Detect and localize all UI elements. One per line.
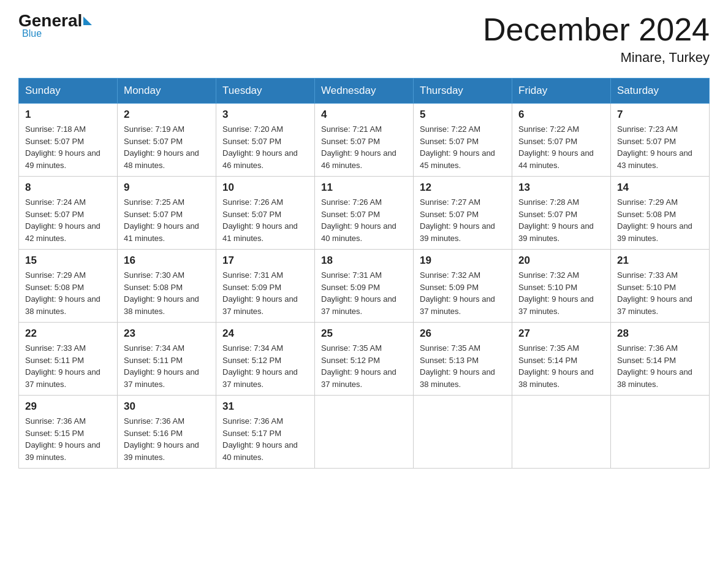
day-info: Sunrise: 7:22 AMSunset: 5:07 PMDaylight:… (518, 124, 594, 170)
day-info: Sunrise: 7:32 AMSunset: 5:10 PMDaylight:… (518, 270, 594, 316)
calendar-day-cell: 8 Sunrise: 7:24 AMSunset: 5:07 PMDayligh… (19, 177, 118, 250)
logo-general-text: General (18, 12, 82, 29)
calendar-day-cell: 11 Sunrise: 7:26 AMSunset: 5:07 PMDaylig… (315, 177, 414, 250)
day-number: 1 (25, 109, 111, 121)
calendar-day-cell (611, 396, 710, 469)
day-number: 6 (518, 109, 604, 121)
calendar-day-cell: 19 Sunrise: 7:32 AMSunset: 5:09 PMDaylig… (414, 250, 512, 323)
day-info: Sunrise: 7:29 AMSunset: 5:08 PMDaylight:… (25, 270, 100, 316)
calendar-day-cell (512, 396, 611, 469)
calendar-day-cell (315, 396, 414, 469)
day-number: 27 (518, 327, 604, 340)
calendar-table: SundayMondayTuesdayWednesdayThursdayFrid… (18, 78, 710, 469)
calendar-day-cell: 17 Sunrise: 7:31 AMSunset: 5:09 PMDaylig… (216, 250, 315, 323)
calendar-day-cell: 6 Sunrise: 7:22 AMSunset: 5:07 PMDayligh… (512, 104, 611, 177)
day-info: Sunrise: 7:35 AMSunset: 5:12 PMDaylight:… (321, 343, 396, 389)
calendar-day-cell: 16 Sunrise: 7:30 AMSunset: 5:08 PMDaylig… (118, 250, 216, 323)
day-number: 11 (321, 182, 407, 194)
title-area: December 2024 Minare, Turkey (483, 12, 710, 66)
day-number: 25 (321, 327, 407, 340)
calendar-day-cell: 3 Sunrise: 7:20 AMSunset: 5:07 PMDayligh… (216, 104, 315, 177)
calendar-day-cell: 24 Sunrise: 7:34 AMSunset: 5:12 PMDaylig… (216, 323, 315, 396)
day-info: Sunrise: 7:29 AMSunset: 5:08 PMDaylight:… (617, 197, 692, 243)
day-number: 16 (124, 255, 210, 267)
calendar-day-cell: 12 Sunrise: 7:27 AMSunset: 5:07 PMDaylig… (414, 177, 512, 250)
day-info: Sunrise: 7:36 AMSunset: 5:17 PMDaylight:… (222, 416, 298, 462)
logo: General Blue (18, 12, 92, 39)
day-of-week-header: Sunday (19, 79, 118, 104)
day-info: Sunrise: 7:32 AMSunset: 5:09 PMDaylight:… (420, 270, 495, 316)
day-number: 15 (25, 255, 111, 267)
location-title: Minare, Turkey (483, 50, 710, 66)
day-number: 22 (25, 327, 111, 340)
calendar-header-row: SundayMondayTuesdayWednesdayThursdayFrid… (19, 79, 710, 104)
day-number: 13 (518, 182, 604, 194)
day-of-week-header: Monday (118, 79, 216, 104)
calendar-day-cell: 4 Sunrise: 7:21 AMSunset: 5:07 PMDayligh… (315, 104, 414, 177)
calendar-day-cell: 5 Sunrise: 7:22 AMSunset: 5:07 PMDayligh… (414, 104, 512, 177)
calendar-day-cell: 7 Sunrise: 7:23 AMSunset: 5:07 PMDayligh… (611, 104, 710, 177)
calendar-week-row: 8 Sunrise: 7:24 AMSunset: 5:07 PMDayligh… (19, 177, 710, 250)
calendar-day-cell: 22 Sunrise: 7:33 AMSunset: 5:11 PMDaylig… (19, 323, 118, 396)
calendar-header: SundayMondayTuesdayWednesdayThursdayFrid… (19, 79, 710, 104)
day-number: 18 (321, 255, 407, 267)
day-of-week-header: Thursday (414, 79, 512, 104)
day-info: Sunrise: 7:36 AMSunset: 5:15 PMDaylight:… (25, 416, 100, 462)
calendar-day-cell: 25 Sunrise: 7:35 AMSunset: 5:12 PMDaylig… (315, 323, 414, 396)
day-info: Sunrise: 7:23 AMSunset: 5:07 PMDaylight:… (617, 124, 692, 170)
day-info: Sunrise: 7:19 AMSunset: 5:07 PMDaylight:… (124, 124, 199, 170)
day-number: 8 (25, 182, 111, 194)
day-number: 29 (25, 400, 111, 413)
logo-blue-text: Blue (22, 28, 42, 39)
day-info: Sunrise: 7:25 AMSunset: 5:07 PMDaylight:… (124, 197, 199, 243)
calendar-day-cell: 26 Sunrise: 7:35 AMSunset: 5:13 PMDaylig… (414, 323, 512, 396)
day-of-week-header: Saturday (611, 79, 710, 104)
day-number: 3 (222, 109, 308, 121)
day-number: 12 (420, 182, 506, 194)
calendar-day-cell: 13 Sunrise: 7:28 AMSunset: 5:07 PMDaylig… (512, 177, 611, 250)
day-number: 26 (420, 327, 506, 340)
calendar-week-row: 29 Sunrise: 7:36 AMSunset: 5:15 PMDaylig… (19, 396, 710, 469)
day-info: Sunrise: 7:31 AMSunset: 5:09 PMDaylight:… (321, 270, 396, 316)
day-number: 24 (222, 327, 308, 340)
day-info: Sunrise: 7:26 AMSunset: 5:07 PMDaylight:… (222, 197, 298, 243)
day-of-week-header: Friday (512, 79, 611, 104)
day-of-week-header: Tuesday (216, 79, 315, 104)
day-number: 17 (222, 255, 308, 267)
calendar-day-cell: 15 Sunrise: 7:29 AMSunset: 5:08 PMDaylig… (19, 250, 118, 323)
day-number: 7 (617, 109, 703, 121)
day-number: 5 (420, 109, 506, 121)
calendar-day-cell: 27 Sunrise: 7:35 AMSunset: 5:14 PMDaylig… (512, 323, 611, 396)
calendar-day-cell: 29 Sunrise: 7:36 AMSunset: 5:15 PMDaylig… (19, 396, 118, 469)
calendar-day-cell: 1 Sunrise: 7:18 AMSunset: 5:07 PMDayligh… (19, 104, 118, 177)
calendar-day-cell: 31 Sunrise: 7:36 AMSunset: 5:17 PMDaylig… (216, 396, 315, 469)
day-number: 30 (124, 400, 210, 413)
day-number: 28 (617, 327, 703, 340)
calendar-day-cell: 30 Sunrise: 7:36 AMSunset: 5:16 PMDaylig… (118, 396, 216, 469)
day-info: Sunrise: 7:21 AMSunset: 5:07 PMDaylight:… (321, 124, 396, 170)
page-header: General Blue December 2024 Minare, Turke… (18, 12, 710, 66)
day-number: 20 (518, 255, 604, 267)
calendar-week-row: 1 Sunrise: 7:18 AMSunset: 5:07 PMDayligh… (19, 104, 710, 177)
day-info: Sunrise: 7:18 AMSunset: 5:07 PMDaylight:… (25, 124, 100, 170)
calendar-day-cell: 21 Sunrise: 7:33 AMSunset: 5:10 PMDaylig… (611, 250, 710, 323)
calendar-week-row: 22 Sunrise: 7:33 AMSunset: 5:11 PMDaylig… (19, 323, 710, 396)
day-info: Sunrise: 7:20 AMSunset: 5:07 PMDaylight:… (222, 124, 298, 170)
calendar-day-cell (414, 396, 512, 469)
day-number: 14 (617, 182, 703, 194)
day-info: Sunrise: 7:36 AMSunset: 5:14 PMDaylight:… (617, 343, 692, 389)
month-title: December 2024 (483, 12, 710, 47)
calendar-day-cell: 28 Sunrise: 7:36 AMSunset: 5:14 PMDaylig… (611, 323, 710, 396)
day-info: Sunrise: 7:28 AMSunset: 5:07 PMDaylight:… (518, 197, 594, 243)
calendar-body: 1 Sunrise: 7:18 AMSunset: 5:07 PMDayligh… (19, 104, 710, 469)
day-info: Sunrise: 7:35 AMSunset: 5:13 PMDaylight:… (420, 343, 495, 389)
day-of-week-header: Wednesday (315, 79, 414, 104)
day-number: 10 (222, 182, 308, 194)
day-info: Sunrise: 7:34 AMSunset: 5:11 PMDaylight:… (124, 343, 199, 389)
day-number: 4 (321, 109, 407, 121)
day-info: Sunrise: 7:33 AMSunset: 5:10 PMDaylight:… (617, 270, 692, 316)
day-info: Sunrise: 7:24 AMSunset: 5:07 PMDaylight:… (25, 197, 100, 243)
calendar-day-cell: 20 Sunrise: 7:32 AMSunset: 5:10 PMDaylig… (512, 250, 611, 323)
day-info: Sunrise: 7:30 AMSunset: 5:08 PMDaylight:… (124, 270, 199, 316)
day-info: Sunrise: 7:36 AMSunset: 5:16 PMDaylight:… (124, 416, 199, 462)
